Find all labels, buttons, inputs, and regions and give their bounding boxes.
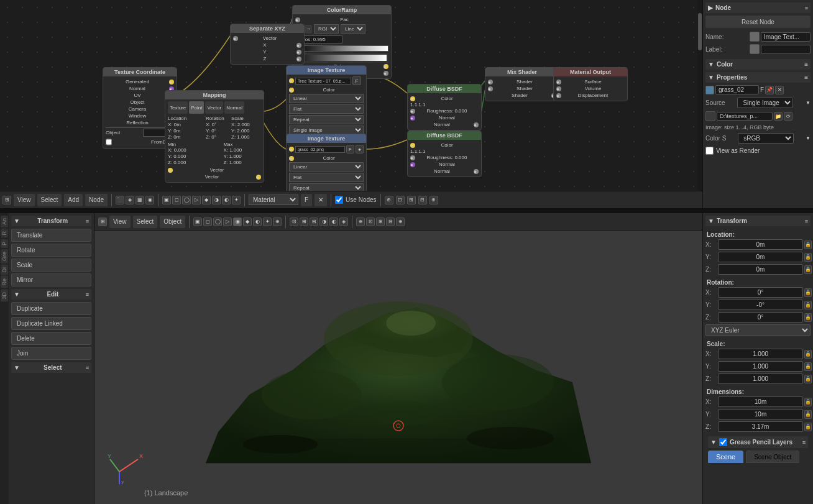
- loc-y-input[interactable]: [718, 252, 803, 262]
- scene-tab[interactable]: Scene: [708, 451, 743, 463]
- material-select[interactable]: Material: [249, 195, 298, 205]
- material-close-btn[interactable]: ✕: [315, 194, 327, 206]
- diffuse-bsdf-1-node[interactable]: Diffuse BSDF ●Color 1.1.1.1 ●Roughness: …: [407, 84, 482, 131]
- dim-x-lock[interactable]: 🔒: [804, 398, 812, 406]
- vp-object-btn[interactable]: Object: [160, 216, 185, 228]
- vp-icon6[interactable]: ◆: [243, 218, 252, 226]
- imagetex2-name-input[interactable]: [295, 146, 345, 153]
- color-s-select[interactable]: sRGB: [738, 133, 794, 144]
- icon1[interactable]: ▣: [162, 196, 171, 204]
- source-expand[interactable]: ▼: [806, 100, 811, 106]
- mirror-btn[interactable]: Mirror: [11, 273, 91, 286]
- node-select-menu[interactable]: Select: [37, 194, 62, 206]
- loc-x-lock[interactable]: 🔒: [804, 241, 812, 249]
- imagetex2-flat[interactable]: Flat: [289, 173, 364, 182]
- gp-check[interactable]: [719, 438, 727, 446]
- vp-icon11[interactable]: ⊞: [300, 218, 308, 226]
- node-name-input[interactable]: [761, 32, 811, 42]
- scrollbar-thumb[interactable]: [698, 13, 702, 50]
- scale-btn[interactable]: Scale: [11, 259, 91, 272]
- rot-x-input[interactable]: [718, 287, 803, 298]
- diffuse-bsdf-2-node[interactable]: Diffuse BSDF ●Color 1.1.1.1 ●Roughness: …: [407, 131, 482, 177]
- icon7[interactable]: ◐: [222, 196, 231, 204]
- mat-del-btn[interactable]: ✕: [775, 86, 784, 94]
- vtab-di[interactable]: Di: [1, 265, 8, 275]
- paste-icon[interactable]: ⊡: [396, 196, 405, 204]
- vp-icon10[interactable]: ⊡: [290, 218, 298, 226]
- loc-z-input[interactable]: [718, 264, 803, 275]
- filepath-refresh-btn[interactable]: ⟳: [784, 112, 792, 121]
- node-node-menu[interactable]: Node: [85, 194, 108, 206]
- source-select[interactable]: Single Image: [737, 98, 793, 108]
- vp-select-btn[interactable]: Select: [133, 216, 158, 228]
- colorramp-bar[interactable]: [295, 45, 388, 52]
- material-f-btn[interactable]: F: [301, 194, 312, 206]
- loc-y-lock[interactable]: 🔒: [804, 253, 812, 262]
- imagetex1-f-btn[interactable]: F: [352, 76, 361, 85]
- rot-y-lock[interactable]: 🔒: [804, 301, 812, 309]
- vp-icon14[interactable]: ◐: [329, 218, 338, 226]
- imagetex1-name-input[interactable]: [295, 78, 351, 85]
- colorramp-pos-input[interactable]: [299, 35, 342, 44]
- filepath-input[interactable]: [717, 112, 773, 121]
- vp-icon20[interactable]: ⊕: [396, 218, 405, 226]
- imagetex1-colorspace[interactable]: Linear: [289, 94, 364, 103]
- vp-icon19[interactable]: ⊟: [386, 218, 395, 226]
- dim-z-input[interactable]: [718, 421, 803, 432]
- colorramp-mode-select[interactable]: RGB: [314, 24, 339, 34]
- vtab-gre[interactable]: Gre: [1, 249, 8, 263]
- rot-z-input[interactable]: [718, 312, 803, 323]
- vp-icon13[interactable]: ◑: [319, 218, 328, 226]
- vp-icon4[interactable]: ▷: [223, 218, 232, 226]
- vp-icon15[interactable]: ◈: [339, 218, 348, 226]
- scale-z-lock[interactable]: 🔒: [804, 375, 812, 383]
- dim-z-lock[interactable]: 🔒: [804, 423, 812, 431]
- node-editor-scrollbar[interactable]: [697, 0, 702, 208]
- separate-xyz-node[interactable]: Separate XYZ ●Vector X● Y● Z●: [230, 24, 305, 65]
- translate-btn[interactable]: Translate: [11, 229, 91, 242]
- texcoord-fromdupli-check[interactable]: [106, 138, 112, 146]
- imagetex2-f-btn[interactable]: F: [346, 145, 354, 153]
- loc-x-input[interactable]: [718, 239, 803, 250]
- duplicate-btn[interactable]: Duplicate: [11, 302, 91, 315]
- vp-icon18[interactable]: ⊞: [376, 218, 385, 226]
- dim-y-input[interactable]: [718, 409, 803, 419]
- icon5[interactable]: ◆: [202, 196, 211, 204]
- colorramp-interp-select[interactable]: Linear: [341, 24, 365, 34]
- node-label-input[interactable]: [761, 45, 811, 54]
- mix-shader-node[interactable]: Mix Shader ●Shader ●Shader Shader●: [485, 67, 559, 101]
- mapping-node[interactable]: Mapping Texture Point Vector Normal Loca…: [165, 90, 264, 183]
- material-output-node[interactable]: Material Output ●Surface ●Volume ●Displa…: [553, 67, 628, 101]
- xyz-euler-select[interactable]: XYZ Euler: [705, 324, 811, 336]
- mat-pin-btn[interactable]: 📌: [765, 86, 774, 94]
- scale-x-lock[interactable]: 🔒: [804, 350, 812, 359]
- delete-btn[interactable]: Delete: [11, 332, 91, 345]
- vtab-re[interactable]: Re: [1, 276, 8, 288]
- imagetex1-flat[interactable]: Flat: [289, 104, 364, 114]
- snap-icon[interactable]: ⊕: [385, 196, 393, 204]
- join-btn[interactable]: Join: [11, 347, 91, 360]
- reset-node-btn[interactable]: Reset Node: [705, 16, 811, 28]
- frame-icon[interactable]: ⊟: [418, 196, 427, 204]
- vp-icon2[interactable]: ◻: [203, 218, 212, 226]
- vp-icon9[interactable]: ⊕: [273, 218, 282, 226]
- icon4[interactable]: ▷: [192, 196, 201, 204]
- copy-icon[interactable]: ⊞: [407, 196, 416, 204]
- filepath-folder-btn[interactable]: 📁: [774, 112, 783, 121]
- shader-icon[interactable]: ◉: [145, 196, 154, 204]
- scale-z-input[interactable]: [718, 373, 803, 384]
- scale-y-lock[interactable]: 🔒: [804, 362, 812, 371]
- mapping-tab-vector[interactable]: Vector: [205, 101, 223, 114]
- view-as-render-check[interactable]: [705, 147, 714, 155]
- object-tab[interactable]: Scene Object: [746, 451, 799, 463]
- vp-icon3[interactable]: ◯: [213, 218, 222, 226]
- vp-icon1[interactable]: ▣: [193, 218, 202, 226]
- imagetex2-pin-btn[interactable]: ●: [356, 145, 364, 153]
- rot-z-lock[interactable]: 🔒: [804, 313, 812, 322]
- vtab-3d[interactable]: 3D: [1, 290, 8, 302]
- vtab-r[interactable]: R: [1, 229, 8, 238]
- vp-icon5[interactable]: ◉: [233, 218, 242, 226]
- mapping-tab-normal[interactable]: Normal: [224, 101, 244, 114]
- vp-view-btn[interactable]: View: [109, 216, 131, 228]
- vp-icon16[interactable]: ⊕: [356, 218, 365, 226]
